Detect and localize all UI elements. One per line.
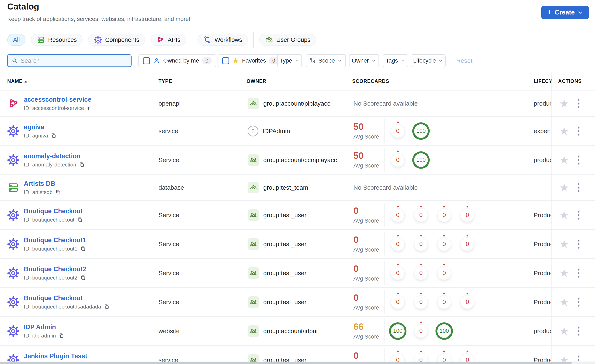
tab-resources[interactable]: Resources [31,34,83,46]
scorecard-circle-fail[interactable]: 0 [414,209,428,222]
entity-name-link[interactable]: IDP Admin [24,323,64,331]
copy-icon[interactable] [80,246,86,252]
filter-bar: Owned by me 0 ★ Favorites 0 TypeScopeOwn… [0,50,595,72]
table-row[interactable]: Boutique CheckoutID: boutiquecheckoutdsa… [0,287,595,317]
copy-icon[interactable] [50,133,56,139]
favorite-star-button[interactable]: ★ [559,98,569,109]
favorite-star-button[interactable]: ★ [559,297,569,308]
create-button[interactable]: + Create [541,6,589,19]
name-column-divider [152,72,152,362]
tab-apis[interactable]: APIs [150,34,186,46]
favorite-star-button[interactable]: ★ [559,182,569,193]
favorite-star-button[interactable]: ★ [559,155,569,165]
entity-name-link[interactable]: Jenkins Plugin Tesst [24,352,87,360]
scorecard-circle-fail[interactable]: 0 [391,295,404,309]
scorecard-circle-fail[interactable]: 0 [438,209,451,222]
kebab-menu-button[interactable] [576,154,581,166]
table-row[interactable]: Artists DBID: artistsdbdatabasegroup:tes… [0,175,595,201]
tab-workflows[interactable]: Workflows [198,34,248,46]
favorite-star-button[interactable]: ★ [559,268,569,279]
avg-score: 66Avg Score [354,322,379,340]
entity-name-link[interactable]: agniva [24,123,56,131]
scorecard-circle-fail[interactable]: 0 [461,209,474,222]
entity-name-link[interactable]: Boutique Checkout [24,207,83,215]
tab-all[interactable]: All [7,34,26,46]
copy-icon[interactable] [77,217,83,223]
table-row[interactable]: Boutique Checkout2ID: boutiquecheckout2S… [0,259,595,287]
progress-dot [443,235,445,237]
scorecard-circle-fail[interactable]: 0 [391,154,404,167]
scorecard-circle-pass[interactable]: 100 [389,322,406,340]
scorecard-circle-fail[interactable]: 0 [438,266,451,280]
scorecard-circle-fail[interactable]: 0 [414,238,428,251]
progress-dot [397,235,399,237]
kebab-menu-button[interactable] [576,98,581,109]
owner-label: group:test_user [263,212,306,219]
favorite-star-button[interactable]: ★ [559,210,569,221]
favorite-star-button[interactable]: ★ [559,239,569,250]
table-row[interactable]: accesscontrol-serviceID: accesscontrol-s… [0,91,595,117]
copy-icon[interactable] [104,304,109,309]
table-row[interactable]: Boutique Checkout1ID: boutiquecheckout1S… [0,230,595,259]
entity-name-link[interactable]: Artists DB [24,180,61,187]
scorecard-circle-fail[interactable]: 0 [461,238,474,251]
kebab-menu-button[interactable] [576,325,581,337]
scorecard-circle-fail[interactable]: 0 [391,266,404,280]
scorecard-circle-pass[interactable]: 100 [435,322,453,340]
copy-icon[interactable] [80,275,86,280]
avg-score-label: Avg Score [354,305,379,311]
tab-components[interactable]: Components [88,34,145,46]
scorecard-circle-fail[interactable]: 0 [391,209,404,222]
tags-dropdown[interactable]: Tags [383,54,408,67]
copy-icon[interactable] [79,162,85,168]
kebab-menu-button[interactable] [576,296,581,308]
entity-name-link[interactable]: Boutique Checkout2 [24,265,86,273]
favorite-star-button[interactable]: ★ [559,326,569,336]
lifecycle-dropdown[interactable]: Lifecycle [411,54,446,67]
scorecard-circle-fail[interactable]: 0 [438,295,451,309]
scorecard-circle-fail[interactable]: 0 [414,324,428,338]
entity-name-link[interactable]: Boutique Checkout1 [24,236,86,244]
scorecard-circle-fail[interactable]: 0 [414,266,428,280]
kebab-menu-button[interactable] [576,267,581,279]
scorecard-circle-fail[interactable]: 0 [414,295,428,309]
type-dropdown[interactable]: Type [277,54,302,67]
progress-dot [420,350,422,352]
avg-score-value: 0 [354,293,379,302]
scorecard-circle-fail[interactable]: 0 [461,295,474,309]
lifecycle-value: Production [534,212,551,219]
table-row[interactable]: anomaly-detectionID: anomaly-detectionSe… [0,146,595,175]
favorite-star-button[interactable]: ★ [559,126,569,136]
table-row[interactable]: IDP AdminID: idp-adminwebsitegroup:accou… [0,317,595,346]
entity-name-link[interactable]: accesscontrol-service [24,96,92,103]
scorecard-circle-pass[interactable]: 100 [412,122,430,140]
copy-icon[interactable] [55,189,61,195]
scorecard-circle-fail[interactable]: 0 [391,125,404,138]
owner-group-icon [248,267,259,279]
owner-dropdown[interactable]: Owner [349,54,379,67]
entity-type: Service [158,299,179,306]
kebab-menu-button[interactable] [576,238,581,250]
table-row[interactable]: agnivaID: agnivaservice?IDPAdmin50Avg Sc… [0,117,595,146]
column-header-name[interactable]: NAME [7,78,27,84]
copy-icon[interactable] [58,333,64,338]
kebab-menu-button[interactable] [576,125,581,137]
kebab-menu-button[interactable] [576,209,581,221]
tab-user-groups[interactable]: User Groups [259,34,316,46]
reset-filters-button[interactable]: Reset [456,57,472,64]
scorecard-circle-fail[interactable]: 0 [438,238,451,251]
owner-group-icon [248,182,259,193]
scorecard-circle-pass[interactable]: 100 [412,151,430,169]
horizontal-scrollbar-thumb[interactable] [0,362,572,364]
table-row[interactable]: Boutique CheckoutID: boutiquecheckoutSer… [0,201,595,230]
avg-score-value: 50 [354,122,379,132]
scope-dropdown[interactable]: Scope [306,54,346,67]
owner-label: group:account/idpui [263,328,318,335]
table-row[interactable]: Jenkins Plugin TesstID: jenkinstestservi… [0,346,595,364]
kebab-menu-button[interactable] [576,182,581,193]
scorecard-circle-fail[interactable]: 0 [391,238,404,251]
copy-icon[interactable] [86,105,92,111]
entity-name-link[interactable]: Boutique Checkout [24,294,109,302]
entity-name-link[interactable]: anomaly-detection [24,152,85,160]
tab-label: Components [105,36,139,43]
